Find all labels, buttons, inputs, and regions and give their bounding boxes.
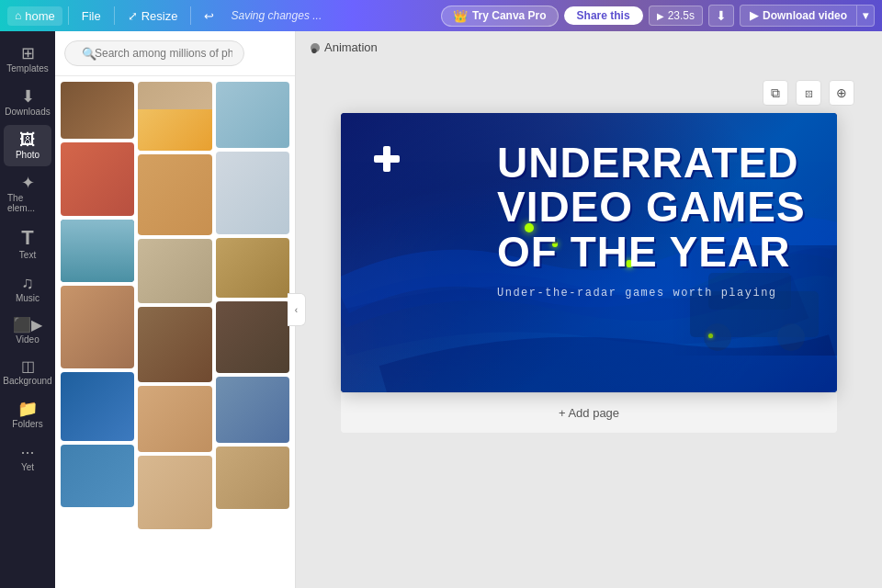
photo-thumb[interactable] [138, 82, 211, 151]
divider [114, 6, 115, 25]
folders-icon: 📁 [17, 401, 38, 417]
text-icon: T [21, 228, 33, 248]
animation-icon: ● [311, 43, 320, 52]
photo-thumb[interactable] [61, 220, 134, 282]
copy-style-icon: ⧉ [771, 85, 780, 101]
photo-thumb[interactable] [61, 372, 134, 441]
templates-icon: ⊞ [21, 45, 35, 62]
photo-thumb[interactable] [216, 301, 289, 373]
sidebar-item-label: Music [16, 293, 40, 303]
canvas-subtitle: Under-the-radar games worth playing [497, 287, 809, 300]
download-arrow-icon: ⬇ [716, 8, 727, 23]
main-layout: ⊞ Templates ⬇ Downloads 🖼 Photo ✦ The el… [0, 31, 882, 588]
photo-thumb[interactable] [216, 377, 289, 443]
canvas-controls: ⧉ ⧇ ⊕ [763, 80, 854, 106]
photo-thumb[interactable] [138, 239, 211, 303]
sidebar-item-photo[interactable]: 🖼 Photo [4, 125, 51, 166]
sidebar-item-video[interactable]: ⬛▶ Video [4, 311, 51, 351]
animation-label[interactable]: ● Animation [311, 40, 378, 54]
sidebar-item-elements[interactable]: ✦ The elem... [4, 168, 51, 220]
photo-thumb[interactable] [216, 447, 289, 509]
search-bar: 🔍 [55, 31, 295, 76]
sidebar: ⊞ Templates ⬇ Downloads 🖼 Photo ✦ The el… [0, 31, 55, 588]
photo-col-1 [61, 82, 134, 582]
chevron-down-icon: ▾ [863, 9, 868, 22]
svg-point-3 [777, 323, 805, 351]
sidebar-item-label: Background [3, 376, 51, 386]
sidebar-item-yet[interactable]: ··· Yet [4, 437, 51, 479]
sidebar-item-folders[interactable]: 📁 Folders [4, 394, 51, 435]
download-video-dropdown[interactable]: ▾ [857, 6, 874, 26]
animation-text: Animation [324, 40, 378, 54]
sidebar-item-label: Downloads [5, 107, 50, 117]
saving-text: Saving changes ... [231, 9, 322, 22]
search-input[interactable] [64, 40, 244, 66]
search-bar-inner: 🔍 [64, 40, 286, 66]
sidebar-item-music[interactable]: ♫ Music [4, 268, 51, 310]
photo-thumb[interactable] [138, 386, 211, 452]
background-icon: ◫ [21, 359, 35, 374]
sidebar-item-downloads[interactable]: ⬇ Downloads [4, 82, 51, 123]
file-label: File [82, 9, 101, 23]
resize-button[interactable]: ⤢ Resize [120, 6, 186, 26]
home-icon: ⌂ [15, 9, 21, 22]
photo-col-2 [138, 82, 211, 582]
share-label: Share this [577, 9, 630, 22]
try-pro-label: Try Canva Pro [472, 9, 547, 22]
photo-thumb[interactable] [216, 238, 289, 298]
collapse-panel-button[interactable]: ‹ [288, 293, 306, 326]
sidebar-item-background[interactable]: ◫ Background [4, 353, 51, 392]
sidebar-item-label: The elem... [7, 193, 48, 213]
divider [68, 6, 69, 25]
photo-thumb[interactable] [138, 456, 211, 529]
svg-point-2 [704, 323, 731, 351]
sidebar-item-text[interactable]: T Text [4, 221, 51, 266]
photo-thumb[interactable] [61, 82, 134, 139]
controller-icon [367, 139, 413, 185]
music-icon: ♫ [21, 275, 34, 291]
photo-thumb[interactable] [216, 152, 289, 234]
svg-rect-5 [374, 155, 400, 163]
photo-thumb[interactable] [61, 142, 134, 216]
file-button[interactable]: File [74, 6, 108, 26]
add-page-button[interactable]: + Add page [341, 393, 837, 433]
photo-thumb[interactable] [61, 286, 134, 368]
copy-style-button[interactable]: ⧉ [763, 80, 788, 106]
photo-thumb[interactable] [138, 307, 211, 382]
chevron-left-icon: ‹ [295, 305, 298, 315]
undo-button[interactable]: ↩ [197, 6, 221, 26]
divider [190, 6, 191, 25]
design-canvas[interactable]: UNDERRATED VIDEO GAMES OF THE YEAR Under… [341, 113, 837, 392]
timer-button[interactable]: ▶ 23.5s [649, 6, 703, 26]
share-button[interactable]: Share this [564, 6, 643, 25]
photo-grid [55, 76, 295, 588]
controller-icon-wrapper [367, 139, 413, 188]
duplicate-button[interactable]: ⧇ [796, 80, 821, 106]
sidebar-item-templates[interactable]: ⊞ Templates [4, 39, 51, 80]
try-pro-button[interactable]: 👑 Try Canva Pro [441, 6, 559, 27]
home-button[interactable]: ⌂ home [7, 6, 62, 26]
undo-icon: ↩ [204, 9, 214, 23]
photo-thumb[interactable] [138, 154, 211, 235]
download-video-main[interactable]: ▶ Download video [741, 6, 857, 26]
photo-thumb[interactable] [216, 82, 289, 148]
canvas-title-line1: UNDERRATED [497, 141, 809, 185]
download-video-button[interactable]: ▶ Download video ▾ [740, 5, 875, 27]
sidebar-item-label: Templates [6, 63, 49, 74]
canvas-scroll[interactable]: ⧉ ⧇ ⊕ [296, 62, 882, 588]
canvas-text-block: UNDERRATED VIDEO GAMES OF THE YEAR Under… [497, 141, 809, 300]
photo-thumb[interactable] [61, 445, 134, 507]
more-options-button[interactable]: ⊕ [829, 80, 854, 106]
sidebar-item-label: Yet [21, 462, 34, 472]
downloads-icon: ⬇ [21, 88, 35, 105]
download-icon-button[interactable]: ⬇ [708, 5, 734, 27]
topbar: ⌂ home File ⤢ Resize ↩ Saving changes ..… [0, 0, 882, 31]
add-page-label: + Add page [559, 406, 619, 420]
photo-icon: 🖼 [19, 131, 36, 148]
duplicate-icon: ⧇ [805, 85, 813, 101]
timer-label: 23.5s [668, 9, 695, 22]
more-icon: ··· [20, 444, 34, 460]
play-icon: ▶ [657, 11, 664, 21]
canvas-title-line3: OF THE YEAR [497, 230, 809, 274]
photo-panel: 🔍 [55, 31, 296, 588]
